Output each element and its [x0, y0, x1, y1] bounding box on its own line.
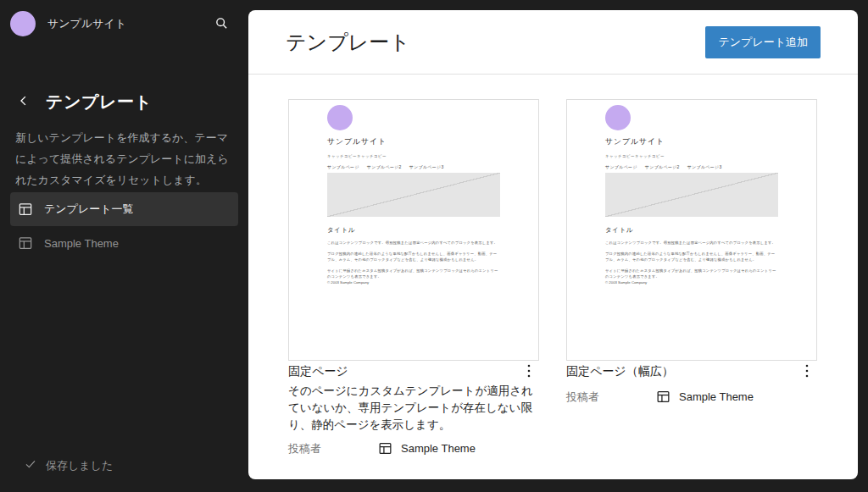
- chevron-left-icon: [16, 93, 31, 111]
- preview-nav: サンプルページ サンプルページ2 サンプルページ3: [605, 164, 778, 169]
- preview-post-title: タイトル: [327, 226, 500, 235]
- author-name: Sample Theme: [401, 442, 476, 455]
- sidebar-item-label: Sample Theme: [44, 237, 119, 250]
- kebab-menu-icon: [798, 362, 816, 383]
- preview-nav-item: サンプルページ3: [687, 164, 722, 169]
- preview-paragraph: ブログ投稿内の連続した段落のような単純な配置かもしれませんし、画像ギャラリー、動…: [327, 251, 500, 263]
- kebab-menu-icon: [520, 362, 538, 383]
- author-name: Sample Theme: [679, 390, 754, 403]
- template-author: Sample Theme: [377, 440, 476, 456]
- preview-site-title: サンプルサイト: [327, 136, 500, 147]
- preview-paragraph: サイトに登録されたカスタム投稿タイプがあれば、投稿コンテンツブロックはそれらのエ…: [327, 268, 500, 279]
- preview-copyright: © 2003 Sample Company: [605, 280, 778, 285]
- editor-sidebar: サンプルサイト テンプレート 新しいテンプレートを作成するか、テーマによって提供…: [0, 0, 248, 492]
- back-button[interactable]: [14, 91, 34, 112]
- preview-nav-item: サンプルページ2: [367, 164, 402, 169]
- save-status-label: 保存しました: [46, 458, 113, 473]
- sidebar-description: 新しいテンプレートを作成するか、テーマによって提供されるテンプレートに加えられた…: [0, 127, 248, 191]
- template-card-page: サンプルサイト キャッチコピーキャッチコピー サンプルページ サンプルページ2 …: [288, 99, 539, 456]
- panel-header: テンプレート テンプレート追加: [248, 10, 858, 75]
- preview-nav-item: サンプルページ3: [409, 164, 444, 169]
- card-title-row: 固定ページ: [288, 362, 539, 382]
- author-label: 投稿者: [288, 441, 377, 456]
- preview-site-title: サンプルサイト: [605, 136, 778, 147]
- template-author-row: 投稿者 Sample Theme: [566, 389, 817, 405]
- preview-image-placeholder: [327, 173, 500, 217]
- template-author: Sample Theme: [655, 389, 754, 405]
- template-icon: [17, 201, 34, 218]
- preview-tagline: キャッチコピーキャッチコピー: [327, 154, 500, 158]
- search-button[interactable]: [208, 10, 235, 37]
- template-title-link[interactable]: 固定ページ: [288, 364, 348, 379]
- preview-post-title: タイトル: [605, 226, 778, 235]
- sidebar-heading: テンプレート: [46, 91, 152, 113]
- preview-paragraph: サイトに登録されたカスタム投稿タイプがあれば、投稿コンテンツブロックはそれらのエ…: [605, 268, 778, 279]
- template-description: そのページにカスタムテンプレートが適用されていないか、専用テンプレートが存在しな…: [288, 383, 539, 434]
- save-status: 保存しました: [24, 457, 113, 473]
- preview-paragraph: これはコンテンツブロックです。個別投稿または固定ページ内のすべてのブロックを表示…: [327, 240, 500, 246]
- add-template-button[interactable]: テンプレート追加: [705, 26, 821, 58]
- preview-site-logo: [327, 105, 353, 130]
- check-icon: [24, 457, 37, 473]
- site-avatar[interactable]: [10, 11, 36, 36]
- sidebar-menu: テンプレート一覧 Sample Theme: [0, 192, 248, 260]
- sidebar-topbar: サンプルサイト: [0, 0, 248, 47]
- templates-panel: テンプレート テンプレート追加 サンプルサイト キャッチコピーキャッチコピー サ…: [248, 10, 858, 479]
- author-label: 投稿者: [566, 390, 655, 405]
- template-card-page-wide: サンプルサイト キャッチコピーキャッチコピー サンプルページ サンプルページ2 …: [566, 99, 817, 456]
- template-author-row: 投稿者 Sample Theme: [288, 440, 539, 456]
- preview-site-logo: [605, 105, 631, 130]
- sidebar-nav-header: テンプレート: [0, 88, 248, 115]
- preview-paragraph: ブログ投稿内の連続した段落のような単純な配置かもしれませんし、画像ギャラリー、動…: [605, 251, 778, 263]
- search-icon: [213, 14, 230, 34]
- page-title: テンプレート: [286, 29, 410, 56]
- preview-nav-item: サンプルページ: [605, 164, 637, 169]
- preview-nav-item: サンプルページ2: [645, 164, 680, 169]
- theme-icon: [377, 440, 393, 456]
- sidebar-item-sample-theme[interactable]: Sample Theme: [10, 226, 238, 260]
- preview-nav: サンプルページ サンプルページ2 サンプルページ3: [327, 164, 500, 169]
- preview-copyright: © 2003 Sample Company: [327, 280, 500, 285]
- preview-nav-item: サンプルページ: [327, 164, 359, 169]
- template-icon: [17, 235, 34, 252]
- preview-paragraph: これはコンテンツブロックです。個別投稿または固定ページ内のすべてのブロックを表示…: [605, 240, 778, 246]
- theme-icon: [655, 389, 671, 405]
- template-title-link[interactable]: 固定ページ（幅広）: [566, 364, 674, 379]
- card-title-row: 固定ページ（幅広）: [566, 362, 817, 382]
- preview-tagline: キャッチコピーキャッチコピー: [605, 154, 778, 158]
- preview-image-placeholder: [605, 173, 778, 217]
- template-actions-button[interactable]: [797, 362, 817, 382]
- sidebar-item-label: テンプレート一覧: [44, 202, 134, 217]
- template-preview[interactable]: サンプルサイト キャッチコピーキャッチコピー サンプルページ サンプルページ2 …: [288, 99, 539, 361]
- template-actions-button[interactable]: [519, 362, 539, 382]
- template-preview[interactable]: サンプルサイト キャッチコピーキャッチコピー サンプルページ サンプルページ2 …: [566, 99, 817, 361]
- templates-grid: サンプルサイト キャッチコピーキャッチコピー サンプルページ サンプルページ2 …: [248, 75, 858, 456]
- site-name[interactable]: サンプルサイト: [47, 16, 126, 31]
- sidebar-item-template-list[interactable]: テンプレート一覧: [10, 192, 238, 226]
